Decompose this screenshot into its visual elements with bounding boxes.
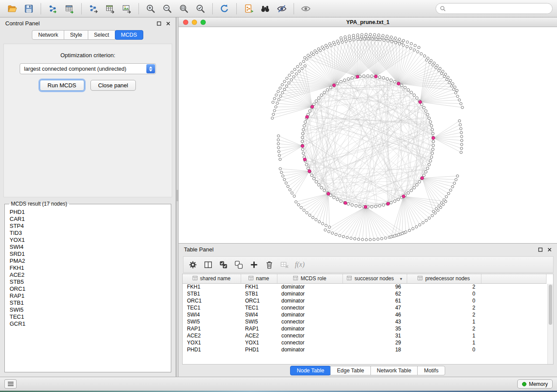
open-file-button[interactable] — [4, 2, 20, 16]
export-table-button[interactable] — [102, 2, 118, 16]
import-network-button[interactable] — [45, 2, 61, 16]
table-row[interactable]: SWI5SWI5connector431 — [183, 318, 547, 325]
mcds-result-item[interactable]: STB1 — [10, 299, 170, 306]
network-titlebar: YPA_prune.txt_1 — [179, 17, 557, 27]
mcds-panel: Optimization criterion: largest connecte… — [3, 44, 172, 197]
new-network-from-selection-button[interactable] — [241, 2, 256, 16]
mcds-result-item[interactable]: STP4 — [10, 223, 170, 230]
mcds-result-item[interactable]: SWI5 — [10, 306, 170, 313]
search-input[interactable] — [448, 6, 548, 12]
table-row[interactable]: YOX1YOX1connector291 — [183, 339, 547, 346]
zoom-out-button[interactable] — [159, 2, 175, 16]
unselect-all-button[interactable] — [232, 258, 245, 271]
tab-node-table[interactable]: Node Table — [290, 366, 331, 375]
add-row-button[interactable] — [247, 258, 260, 271]
search-icon — [440, 6, 446, 11]
mcds-result-item[interactable]: ORC1 — [10, 285, 170, 292]
select-all-button[interactable] — [217, 258, 230, 271]
table-cell: 46 — [343, 311, 407, 318]
tab-motifs[interactable]: Motifs — [417, 366, 445, 375]
column-header-shared-name[interactable]: shared name — [183, 274, 241, 283]
mcds-result-item[interactable]: GCR1 — [10, 320, 170, 327]
mcds-result-item[interactable]: RAP1 — [10, 292, 170, 299]
close-panel-icon[interactable] — [166, 21, 170, 26]
mcds-result-item[interactable]: SWI4 — [10, 244, 170, 251]
export-network-button[interactable] — [86, 2, 101, 16]
maximize-window-icon[interactable] — [201, 20, 206, 25]
table-row[interactable]: STB1STB1dominator620 — [183, 290, 547, 297]
mcds-result-item[interactable]: TEC1 — [10, 313, 170, 320]
memory-button[interactable]: Memory — [517, 379, 553, 389]
column-header-successor-nodes[interactable]: successor nodes▾ — [343, 274, 407, 283]
column-header-name[interactable]: name — [241, 274, 277, 283]
node-table: shared namenameMCDS rolesuccessor nodes▾… — [182, 274, 554, 364]
network-graph[interactable] — [179, 27, 557, 243]
function-builder-button[interactable]: f(x) — [293, 261, 306, 268]
table-cell: FKH1 — [241, 283, 277, 290]
tab-edge-table[interactable]: Edge Table — [330, 366, 370, 375]
clear-values-button[interactable] — [278, 258, 291, 271]
refresh-network-button[interactable] — [217, 2, 232, 16]
zoom-in-button[interactable] — [143, 2, 159, 16]
control-panel-tabs: NetworkStyleSelectMCDS — [0, 29, 176, 43]
mcds-result-item[interactable]: YOX1 — [10, 237, 170, 244]
zoom-fit-icon — [179, 3, 189, 14]
zoom-selected-button[interactable] — [193, 2, 208, 16]
splitter-handle[interactable] — [176, 190, 178, 201]
optimization-criterion-select[interactable]: largest connected component (undirected) — [20, 63, 156, 74]
table-cell-filler — [481, 304, 547, 311]
float-panel-icon[interactable] — [157, 21, 161, 26]
tab-style[interactable]: Style — [64, 30, 88, 40]
float-panel-icon[interactable] — [538, 248, 543, 252]
hide-selection-button[interactable] — [274, 2, 290, 16]
table-scrollbar[interactable] — [547, 284, 553, 364]
column-header-mcds-role[interactable]: MCDS role — [277, 274, 343, 283]
export-image-button[interactable] — [119, 2, 135, 16]
table-row[interactable]: SWI4SWI4dominator462 — [183, 311, 547, 318]
tab-mcds[interactable]: MCDS — [115, 30, 143, 40]
tab-network[interactable]: Network — [32, 30, 64, 40]
mcds-result-item[interactable]: ACE2 — [10, 272, 170, 279]
mcds-result-item[interactable]: SRD1 — [10, 251, 170, 258]
column-filter-chevron-icon[interactable]: ▾ — [400, 276, 402, 281]
mcds-result-item[interactable]: PHD1 — [10, 209, 170, 216]
save-icon — [24, 3, 34, 14]
network-view[interactable] — [179, 27, 557, 243]
minimize-window-icon[interactable] — [192, 20, 197, 25]
tab-select[interactable]: Select — [88, 30, 115, 40]
eye-icon — [301, 3, 311, 14]
show-columns-button[interactable] — [201, 258, 214, 271]
close-panel-icon[interactable] — [547, 248, 552, 252]
mcds-result-item[interactable]: TID3 — [10, 230, 170, 237]
control-panel: Control Panel NetworkStyleSelectMCDS Opt… — [0, 17, 176, 377]
table-row[interactable]: TEC1TEC1connector472 — [183, 304, 547, 311]
table-cell: 2 — [407, 325, 481, 332]
table-cell: 0 — [407, 346, 481, 353]
first-neighbors-button[interactable] — [257, 2, 273, 16]
save-session-button[interactable] — [21, 2, 37, 16]
scrollbar-thumb[interactable] — [549, 285, 552, 325]
column-header-predecessor-nodes[interactable]: predecessor nodes — [407, 274, 481, 283]
table-cell: 29 — [343, 339, 407, 346]
panel-splitter[interactable] — [176, 17, 179, 377]
mcds-result-item[interactable]: PMA2 — [10, 258, 170, 265]
table-row[interactable]: FKH1FKH1dominator962 — [183, 283, 547, 290]
close-window-icon[interactable] — [183, 20, 188, 25]
mcds-result-item[interactable]: FKH1 — [10, 265, 170, 272]
zoom-fit-button[interactable] — [176, 2, 192, 16]
tab-network-table[interactable]: Network Table — [370, 366, 418, 375]
table-settings-button[interactable] — [186, 258, 199, 271]
close-panel-button[interactable]: Close panel — [90, 80, 136, 91]
run-mcds-button[interactable]: Run MCDS — [40, 80, 84, 91]
table-row[interactable]: RAP1RAP1dominator352 — [183, 325, 547, 332]
table-row[interactable]: ORC1ORC1dominator610 — [183, 297, 547, 304]
mcds-result-item[interactable]: CAR1 — [10, 216, 170, 223]
import-table-button[interactable] — [62, 2, 77, 16]
table-row[interactable]: PHD1PHD1dominator180 — [183, 346, 547, 353]
table-row[interactable]: ACE2ACE2connector311 — [183, 332, 547, 339]
panel-menu-button[interactable] — [4, 379, 17, 389]
window-controls — [183, 20, 206, 25]
mcds-result-item[interactable]: STB5 — [10, 279, 170, 285]
delete-row-button[interactable] — [263, 258, 276, 271]
show-all-button[interactable] — [298, 2, 314, 16]
